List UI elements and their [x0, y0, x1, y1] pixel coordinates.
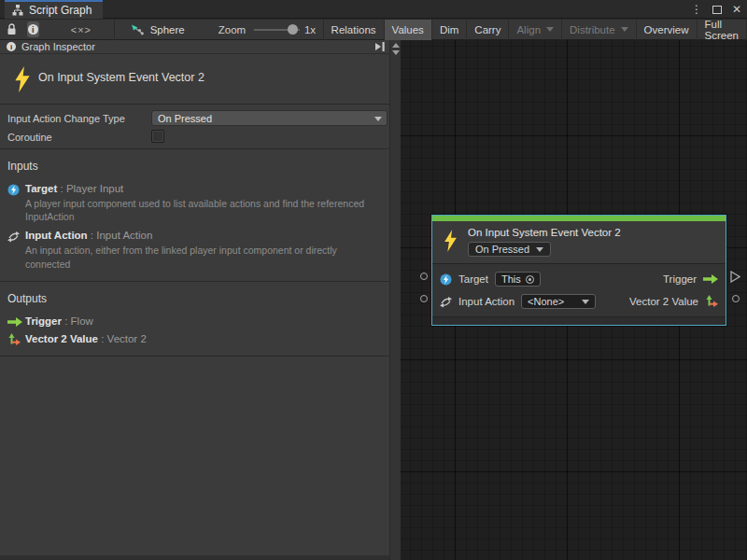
flow-arrow-icon	[703, 274, 718, 284]
graph-inspector-panel: Graph Inspector On Input System Event Ve…	[0, 40, 389, 560]
section-divider	[0, 274, 389, 282]
code-icon[interactable]: <×>	[71, 24, 92, 35]
port-separator: :	[62, 315, 71, 327]
toolbar-button-align-label: Align	[516, 24, 541, 35]
toolbar-button-values[interactable]: Values	[385, 20, 432, 40]
maximize-icon[interactable]	[712, 6, 722, 14]
toolbar-button-dim[interactable]: Dim	[432, 20, 467, 40]
list-item: Trigger : Flow	[0, 313, 389, 330]
zoom-label: Zoom	[218, 24, 246, 35]
port-type: Input Action	[96, 230, 152, 241]
port-type: Player Input	[66, 183, 123, 194]
tab-bar: Script Graph ⋮ ✕	[0, 0, 747, 19]
window-controls: ⋮ ✕	[691, 0, 741, 19]
toolbar-button-overview[interactable]: Overview	[637, 20, 698, 40]
graph-canvas[interactable]: On Input System Event Vector 2 On Presse…	[401, 40, 747, 560]
scroll-down-icon[interactable]	[392, 50, 400, 55]
port-circle-vector2-value[interactable]	[732, 295, 740, 302]
chevron-down-icon	[582, 300, 589, 304]
menu-icon[interactable]: ⋮	[691, 0, 702, 19]
chevron-down-icon	[621, 27, 628, 32]
vector2-icon	[7, 333, 21, 346]
node-footer	[432, 316, 726, 325]
zoom-slider-thumb[interactable]	[288, 24, 298, 35]
toolbar-button-distribute-label: Distribute	[570, 24, 615, 35]
graph-inspector-header: Graph Inspector	[0, 40, 389, 54]
pin-label-input-action: Input Action	[458, 296, 514, 307]
list-item: Input Action : Input Action An input act…	[0, 227, 389, 273]
list-item: Target : Player Input A player input com…	[0, 180, 389, 227]
node-change-type-dropdown[interactable]: On Pressed	[468, 242, 551, 257]
toolbar-button-distribute[interactable]: Distribute	[562, 20, 637, 40]
port-circle-target[interactable]	[420, 273, 428, 280]
node-title: On Input System Event Vector 2	[468, 227, 718, 238]
port-name: Trigger	[25, 315, 62, 327]
unit-title: On Input System Event Vector 2	[38, 71, 204, 84]
port-name: Input Action	[25, 230, 88, 241]
close-icon[interactable]: ✕	[732, 0, 741, 19]
toolbar-separator	[114, 20, 115, 40]
coroutine-checkbox[interactable]	[151, 130, 164, 143]
inspector-scrollbar[interactable]	[389, 40, 401, 560]
inputs-section: Inputs Target : Player Input A player in…	[0, 149, 389, 282]
port-triangle-trigger[interactable]	[730, 271, 740, 283]
port-circle-input-action[interactable]	[420, 295, 428, 302]
chevron-down-icon	[546, 27, 554, 32]
lightning-icon	[12, 66, 33, 92]
lock-icon[interactable]	[7, 23, 17, 35]
pin-row-input-action: Input Action <None> Vector 2 Value	[440, 290, 718, 313]
node-change-type-value: On Pressed	[475, 244, 529, 255]
inspector-toggle-button[interactable]	[27, 21, 39, 37]
player-input-icon	[440, 273, 452, 286]
port-separator: :	[57, 183, 66, 194]
node-header[interactable]: On Input System Event Vector 2 On Presse…	[432, 221, 726, 264]
dock-icon[interactable]	[374, 42, 386, 51]
tab-script-graph[interactable]: Script Graph	[5, 0, 103, 19]
port-description: A player input component used to list av…	[25, 197, 380, 223]
object-picker-icon[interactable]	[526, 275, 534, 284]
port-type: Vector 2	[107, 333, 147, 344]
input-action-dropdown[interactable]: <None>	[521, 294, 596, 309]
zoom-slider[interactable]	[254, 23, 300, 36]
graph-owner-breadcrumb[interactable]: Sphere	[150, 24, 185, 35]
change-type-label: Input Action Change Type	[7, 113, 125, 124]
chevron-down-icon	[374, 117, 382, 121]
pin-label-trigger: Trigger	[663, 273, 697, 285]
list-item: Vector 2 Value : Vector 2	[0, 330, 389, 348]
tab-label: Script Graph	[29, 4, 92, 17]
port-name: Vector 2 Value	[25, 333, 98, 344]
outputs-header: Outputs	[0, 282, 389, 313]
lightning-icon	[443, 230, 458, 252]
coroutine-label: Coroutine	[7, 132, 52, 143]
graph-inspector-title: Graph Inspector	[21, 41, 369, 52]
port-type: Flow	[71, 315, 93, 327]
toolbar-button-relations[interactable]: Relations	[324, 20, 385, 40]
section-divider	[0, 348, 389, 357]
info-icon	[7, 42, 16, 51]
port-description: An input action, either from the linked …	[25, 244, 380, 270]
pin-row-target: Target This Trigger	[440, 268, 718, 290]
port-separator: :	[88, 230, 97, 241]
event-node[interactable]: On Input System Event Vector 2 On Presse…	[431, 215, 726, 326]
change-type-value: On Pressed	[158, 113, 212, 124]
target-object-field[interactable]: This	[495, 272, 541, 287]
toolbar-button-carry[interactable]: Carry	[467, 20, 509, 40]
port-separator: :	[98, 333, 107, 344]
vector2-icon	[705, 295, 718, 308]
scroll-up-icon[interactable]	[392, 43, 400, 48]
info-icon	[28, 24, 38, 35]
node-body: Target This Trigger	[432, 264, 726, 316]
zoom-value: 1x	[304, 24, 316, 35]
toolbar-button-align[interactable]: Align	[509, 20, 562, 40]
unit-settings: Input Action Change Type On Pressed Coro…	[0, 105, 389, 149]
flow-arrow-icon	[7, 317, 22, 327]
chevron-down-icon	[536, 247, 543, 252]
unit-title-block: On Input System Event Vector 2	[0, 54, 389, 105]
pin-label-target: Target	[458, 273, 488, 285]
hierarchy-icon	[12, 5, 23, 16]
change-type-dropdown[interactable]: On Pressed	[151, 110, 388, 126]
player-input-icon	[7, 184, 20, 196]
outputs-section: Outputs Trigger : Flow Vector 2 Value : …	[0, 282, 389, 357]
toolbar-button-fullscreen[interactable]: Full Screen	[698, 20, 747, 40]
input-action-icon	[7, 231, 20, 243]
